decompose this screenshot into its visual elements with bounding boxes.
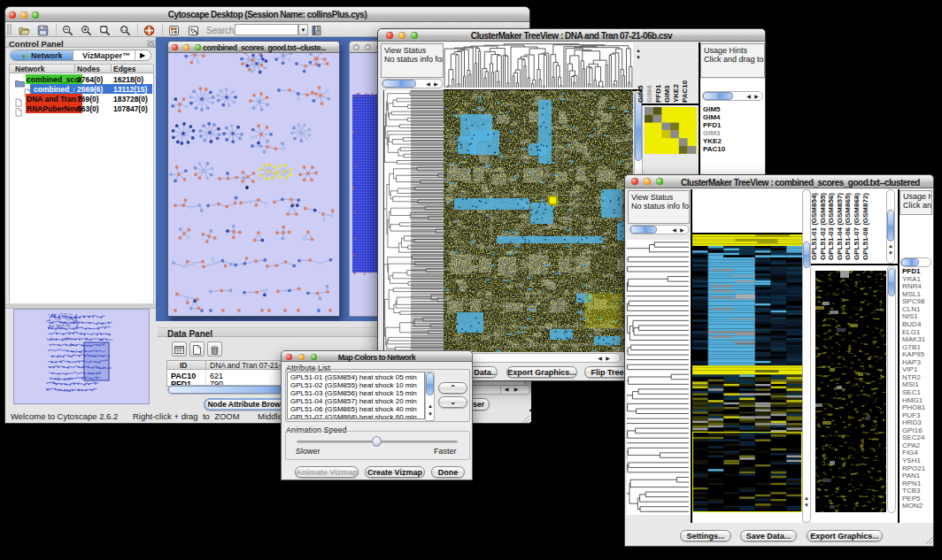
- svg-text:1:1: 1:1: [121, 27, 127, 32]
- svg-text:B: B: [317, 30, 320, 35]
